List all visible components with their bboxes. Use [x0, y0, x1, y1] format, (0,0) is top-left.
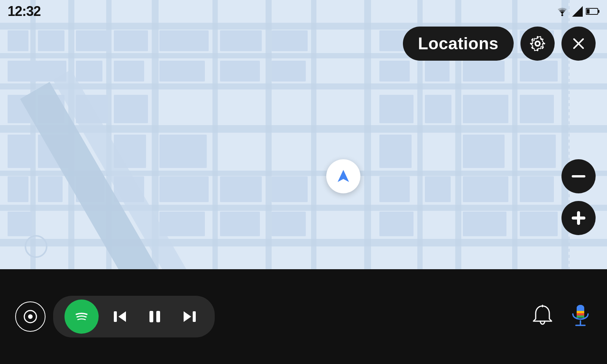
wifi-icon	[555, 6, 569, 17]
svg-rect-105	[149, 311, 153, 322]
plus-icon	[572, 211, 585, 225]
close-button[interactable]	[561, 27, 596, 61]
close-icon	[572, 37, 585, 50]
svg-rect-68	[159, 135, 207, 168]
svg-rect-50	[425, 95, 451, 123]
next-track-button[interactable]	[176, 304, 203, 329]
svg-rect-61	[520, 135, 556, 168]
svg-rect-45	[379, 135, 412, 168]
svg-rect-53	[463, 61, 505, 82]
mic-icon	[569, 303, 592, 330]
svg-rect-66	[159, 30, 209, 51]
bell-button[interactable]	[531, 304, 554, 329]
svg-rect-96	[572, 175, 585, 177]
svg-rect-15	[364, 0, 371, 269]
svg-rect-104	[114, 311, 117, 322]
svg-marker-103	[118, 311, 126, 322]
svg-rect-37	[114, 95, 148, 123]
svg-rect-25	[8, 212, 32, 236]
next-track-icon	[181, 308, 198, 325]
svg-marker-107	[184, 311, 191, 322]
svg-rect-32	[76, 61, 102, 82]
right-controls	[531, 303, 607, 330]
svg-rect-86	[537, 36, 538, 39]
svg-rect-47	[379, 212, 414, 236]
svg-rect-14	[311, 0, 316, 269]
svg-rect-78	[272, 212, 306, 236]
svg-marker-99	[338, 170, 349, 182]
svg-rect-13	[266, 0, 272, 269]
svg-rect-60	[520, 95, 554, 123]
svg-rect-26	[38, 30, 64, 51]
svg-rect-59	[520, 61, 558, 82]
svg-rect-89	[543, 43, 545, 44]
svg-rect-83	[587, 9, 590, 14]
bell-icon	[531, 304, 554, 329]
spotify-icon	[71, 306, 92, 327]
pause-button[interactable]	[141, 304, 168, 329]
svg-rect-92	[540, 38, 543, 41]
svg-rect-44	[379, 95, 414, 123]
svg-rect-46	[379, 176, 410, 202]
zoom-controls	[561, 159, 596, 235]
prev-track-button[interactable]	[106, 304, 134, 329]
locations-button[interactable]: Locations	[403, 27, 514, 61]
svg-rect-70	[159, 212, 205, 236]
svg-rect-63	[520, 212, 558, 236]
svg-rect-87	[537, 49, 538, 51]
svg-rect-36	[114, 61, 144, 82]
svg-rect-77	[272, 176, 308, 202]
svg-rect-114	[577, 311, 584, 313]
signal-icon	[572, 6, 583, 17]
gear-icon	[529, 35, 546, 52]
svg-rect-73	[220, 176, 262, 202]
minus-icon	[572, 175, 585, 177]
svg-rect-74	[220, 212, 260, 236]
svg-rect-20	[8, 30, 28, 51]
svg-rect-23	[8, 135, 34, 168]
svg-rect-12	[212, 0, 218, 269]
svg-point-79	[561, 14, 563, 16]
status-bar: 12:32	[0, 0, 607, 23]
top-controls: Locations	[403, 27, 596, 61]
svg-rect-76	[272, 61, 306, 82]
svg-rect-57	[463, 212, 506, 236]
svg-rect-108	[193, 311, 196, 322]
pause-icon	[146, 308, 163, 325]
svg-rect-24	[8, 176, 28, 202]
svg-rect-71	[220, 30, 262, 51]
zoom-out-button[interactable]	[561, 159, 596, 193]
clock: 12:32	[8, 3, 41, 19]
svg-rect-55	[463, 135, 505, 168]
svg-rect-72	[220, 61, 260, 82]
svg-rect-49	[425, 61, 450, 82]
svg-rect-43	[379, 61, 410, 82]
status-icons	[555, 6, 599, 17]
svg-rect-31	[76, 30, 110, 51]
spotify-button[interactable]	[64, 300, 99, 334]
mic-button[interactable]	[569, 303, 592, 330]
battery-icon	[586, 8, 599, 15]
zoom-in-button[interactable]	[561, 201, 596, 235]
svg-rect-54	[463, 95, 508, 123]
svg-point-101	[28, 314, 33, 319]
svg-rect-30	[38, 176, 63, 202]
svg-rect-67	[159, 61, 205, 82]
svg-rect-56	[463, 176, 508, 202]
svg-marker-80	[572, 6, 583, 17]
svg-rect-75	[272, 30, 308, 51]
svg-rect-21	[8, 61, 38, 82]
prev-track-icon	[112, 308, 128, 325]
settings-button[interactable]	[521, 27, 555, 61]
svg-rect-116	[577, 305, 584, 311]
svg-rect-69	[159, 176, 209, 202]
svg-rect-88	[530, 43, 533, 44]
svg-rect-51	[425, 176, 451, 202]
svg-rect-93	[531, 46, 534, 49]
home-button[interactable]	[15, 301, 46, 332]
home-circle-icon	[23, 309, 38, 324]
bottom-bar	[0, 269, 607, 364]
svg-rect-35	[114, 30, 148, 51]
navigation-arrow	[326, 159, 360, 193]
left-controls	[0, 296, 215, 337]
